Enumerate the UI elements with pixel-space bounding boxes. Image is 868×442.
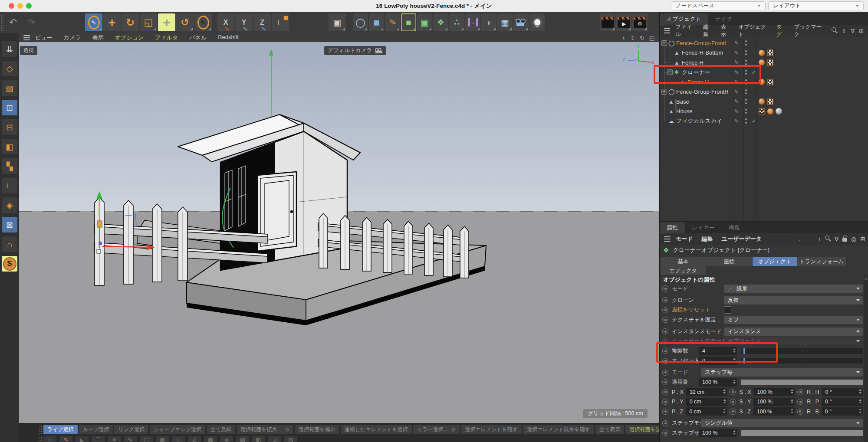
projection-label[interactable]: 透視 bbox=[20, 46, 37, 55]
dropdown-モード[interactable]: ステップ毎 bbox=[701, 368, 863, 377]
palette-button-選択エレメント以外を隠す[interactable]: 選択エレメント以外を隠す bbox=[523, 425, 594, 434]
palette-drag-handle[interactable] bbox=[39, 436, 42, 442]
nodespace-select[interactable]: ノードスペース bbox=[671, 1, 766, 10]
generator-button[interactable]: ▣ bbox=[417, 13, 432, 31]
spinner-arrows[interactable] bbox=[723, 409, 726, 413]
spinner-arrows[interactable] bbox=[723, 399, 726, 404]
object-manager-menu-オブジェクト[interactable]: オブジェクト bbox=[738, 23, 768, 38]
visibility-dots-toggle[interactable] bbox=[745, 60, 747, 65]
locked-axis-move-tool[interactable]: + bbox=[158, 13, 175, 31]
slider-ステップサイズ[interactable] bbox=[741, 430, 863, 436]
value-field-P.X[interactable]: 32 cm bbox=[686, 388, 727, 396]
palette-button-リング選択[interactable]: リング選択 bbox=[114, 425, 148, 434]
animation-toggle[interactable] bbox=[662, 370, 668, 376]
value-field-S.Z[interactable]: 100 % bbox=[753, 407, 795, 416]
add-panel-icon[interactable]: ⊞ bbox=[860, 236, 865, 242]
render-settings-button[interactable]: ⚙ bbox=[632, 13, 648, 31]
back-icon[interactable]: ← bbox=[798, 236, 804, 242]
y-axis-lock-button[interactable]: Y bbox=[235, 13, 253, 31]
checkbox-座標をリセット[interactable] bbox=[724, 306, 731, 314]
section-tab-オブジェクト[interactable]: オブジェクト bbox=[753, 257, 797, 266]
layer-pencil-icon[interactable]: ✎ bbox=[734, 40, 739, 46]
palette-button-選択範囲を拡大[interactable]: 選択範囲を拡大...⚙ bbox=[237, 425, 293, 434]
viewport-3d-scene[interactable] bbox=[19, 42, 659, 423]
iron-tool-icon[interactable]: ▢ bbox=[140, 436, 153, 442]
layer-pencil-icon[interactable]: ✎ bbox=[734, 98, 739, 105]
collapse-icon[interactable]: − bbox=[661, 40, 667, 46]
viewport-menu-表示[interactable]: 表示 bbox=[92, 34, 104, 42]
animation-toggle[interactable] bbox=[730, 409, 736, 415]
tweak-mode-icon[interactable]: ▚ bbox=[2, 158, 17, 174]
pen-tool-icon[interactable]: ≡ bbox=[108, 436, 121, 442]
focus-icon[interactable]: ◎ bbox=[851, 236, 856, 242]
inner-extrude-tool-icon[interactable]: ∠ bbox=[188, 436, 201, 442]
uvw-tag[interactable] bbox=[767, 98, 773, 105]
value-field-S.X[interactable]: 100 % bbox=[753, 388, 795, 396]
material-tag[interactable] bbox=[759, 59, 765, 65]
object-row-Fence-H-Bottom[interactable]: ▲Fence-H-Bottom✎ bbox=[660, 48, 868, 58]
visibility-dots-toggle[interactable] bbox=[745, 99, 747, 104]
spinner-arrows[interactable] bbox=[791, 399, 793, 404]
spinner-arrows[interactable] bbox=[859, 409, 861, 413]
palette-drag-handle[interactable] bbox=[39, 426, 42, 434]
section-tab-トランスフォーム[interactable]: トランスフォーム bbox=[797, 257, 846, 266]
viewport-menu-icon[interactable] bbox=[23, 35, 30, 40]
workplane-icon[interactable]: ◈ bbox=[2, 197, 17, 213]
value-field-R.H[interactable]: 0 ° bbox=[822, 388, 863, 396]
material-tag[interactable] bbox=[759, 50, 765, 56]
rotate-view-icon[interactable]: ↻ bbox=[640, 35, 644, 41]
move-tool[interactable]: + bbox=[103, 13, 121, 31]
search-icon[interactable] bbox=[832, 27, 837, 34]
filter-icon[interactable]: ∇ bbox=[851, 28, 855, 34]
bevel-tool-icon[interactable]: ◇ bbox=[172, 436, 185, 442]
null-object-button[interactable]: ◯ bbox=[353, 13, 368, 31]
deformer-button[interactable]: ◗ bbox=[481, 13, 496, 31]
up-icon[interactable]: ↑ bbox=[818, 236, 821, 242]
point-mode-icon[interactable]: ⊡ bbox=[2, 100, 17, 115]
dropdown-インスタンスモード[interactable]: インスタンス bbox=[724, 327, 863, 336]
dropdown-モード[interactable]: ⋰線形 bbox=[724, 285, 863, 293]
animation-toggle[interactable] bbox=[662, 379, 668, 385]
object-row-House[interactable]: ▲House✎ bbox=[660, 107, 868, 116]
animation-toggle[interactable] bbox=[662, 285, 668, 291]
visibility-dots-toggle[interactable] bbox=[745, 40, 747, 46]
viewport-menu-ビュー[interactable]: ビュー bbox=[35, 34, 53, 42]
value-field-R.P[interactable]: 0 ° bbox=[822, 398, 863, 406]
modeling-tool-icon-2[interactable]: ◣ bbox=[76, 436, 89, 442]
render-to-picture-viewer-button[interactable] bbox=[600, 13, 615, 31]
viewport-menu-オプション[interactable]: オプション bbox=[115, 34, 144, 42]
material-tag[interactable] bbox=[767, 108, 773, 115]
animation-toggle[interactable] bbox=[662, 409, 668, 415]
animation-toggle[interactable] bbox=[662, 297, 668, 303]
viewport-menu-Redshift[interactable]: Redshift bbox=[218, 34, 239, 42]
light-button[interactable] bbox=[529, 13, 545, 31]
dolly-view-icon[interactable]: ⇕ bbox=[630, 35, 635, 41]
viewport-menu-カメラ[interactable]: カメラ bbox=[64, 34, 81, 42]
live-selection-tool[interactable]: ↖ bbox=[85, 13, 102, 31]
spline-pen-button[interactable]: ✎ bbox=[385, 13, 400, 31]
z-axis-lock-button[interactable]: Z bbox=[253, 13, 271, 31]
animation-toggle[interactable] bbox=[730, 389, 736, 395]
enabled-check-icon[interactable]: ✓ bbox=[752, 118, 756, 124]
weld-tool-icon[interactable]: ▨ bbox=[284, 436, 297, 442]
modeling-tool-icon-1[interactable]: ▱ bbox=[43, 436, 56, 442]
palette-button-全て表示[interactable]: 全て表示 bbox=[595, 425, 624, 434]
spinner-arrows[interactable] bbox=[723, 389, 726, 394]
slider-適用量[interactable] bbox=[741, 380, 863, 385]
polygon-mode-icon[interactable]: ◧ bbox=[2, 139, 17, 154]
value-field-P.Y[interactable]: 0 cm bbox=[686, 398, 727, 406]
animation-toggle[interactable] bbox=[662, 389, 668, 395]
viewport-menu-フィルタ[interactable]: フィルタ bbox=[155, 34, 178, 42]
object-manager-menu-編集[interactable]: 編集 bbox=[703, 23, 713, 38]
undo-icon[interactable]: ↶ bbox=[4, 13, 22, 31]
animation-toggle[interactable] bbox=[662, 328, 668, 334]
uvw-tag[interactable] bbox=[767, 59, 773, 66]
section-tab-座標[interactable]: 座標 bbox=[706, 257, 752, 266]
gear-icon[interactable]: ⚙ bbox=[285, 427, 290, 433]
make-editable-icon[interactable]: ⇊ bbox=[2, 41, 17, 57]
up-panel-icon[interactable]: ⇧ bbox=[842, 28, 846, 34]
palette-button-シャープエッジ選択[interactable]: シャープエッジ選択 bbox=[150, 425, 205, 434]
forward-icon[interactable]: → bbox=[808, 236, 814, 242]
close-hole-tool-icon[interactable]: ⊿ bbox=[268, 436, 281, 442]
add-panel-icon[interactable]: ⊞ bbox=[859, 28, 864, 34]
